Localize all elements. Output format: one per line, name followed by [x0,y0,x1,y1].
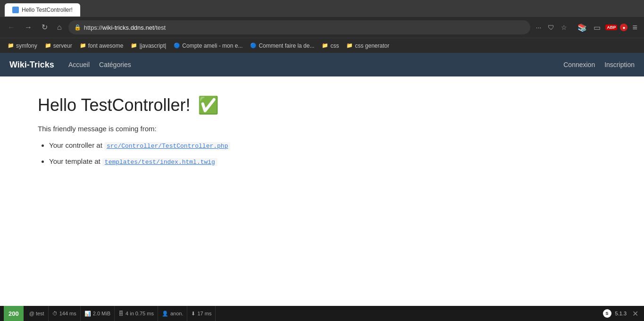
bookmark-label: Compte ameli - mon e... [182,42,243,49]
debug-right: S 5.1.3 ✕ [603,309,640,318]
checkmark-icon: ✅ [198,95,219,115]
debug-user-value: anon. [170,311,184,316]
nav-link-connexion[interactable]: Connexion [563,61,595,68]
bookmark-label: font awesome [88,42,124,49]
folder-icon: 📁 [8,42,14,49]
bookmark-label: symfony [16,42,37,49]
bookmark-comment[interactable]: 🔵 Comment faire la de... [247,42,317,50]
reload-button[interactable]: ↻ [39,23,50,32]
more-button[interactable]: ··· [534,23,544,32]
bookmark-css[interactable]: 📁 css [319,42,342,50]
nav-bar: ← → ↻ ⌂ 🔒 https://wiki-tricks.ddns.net/t… [0,17,644,38]
page-title: Hello TestController! [38,95,190,115]
debug-memory-value: 2.0 MiB [93,311,110,316]
bookmark-css-generator[interactable]: 📁 css generator [343,42,392,50]
active-tab[interactable]: Hello TestController! [5,3,80,17]
debug-db-value: 4 in 0.75 ms [125,311,154,316]
template-text: Your template at [49,157,102,165]
nav-link-inscription[interactable]: Inscription [604,61,635,68]
bookmark-serveur[interactable]: 📁 serveur [42,42,75,50]
list-item: Your template at templates/test/index.ht… [49,154,606,169]
tab-bar: Hello TestController! [0,0,644,17]
bookmark-label: css generator [355,42,389,49]
controller-text: Your controller at [49,141,104,149]
site-icon: 🔵 [174,42,180,49]
bookmark-label: serveur [53,42,72,49]
folder-icon: 📁 [346,42,353,49]
home-button[interactable]: ⌂ [54,23,65,32]
debug-status-code[interactable]: 200 [4,306,24,321]
controller-link[interactable]: src/Controller/TestController.php [104,142,230,150]
list-item: Your controller at src/Controller/TestCo… [49,138,606,152]
debug-route[interactable]: @ test [25,306,49,321]
friendly-message: This friendly message is coming from: [38,125,606,133]
folder-icon: 📁 [131,42,137,49]
clock-icon: ⏱ [52,311,58,316]
info-list: Your controller at src/Controller/TestCo… [38,138,606,169]
nav-icons-right: ··· 🛡 ☆ 📚 ▭ ABP ● ≡ [534,22,639,34]
address-bar[interactable]: 🔒 https://wiki-tricks.ddns.net/test [68,20,530,34]
debug-user[interactable]: 👤 anon. [158,306,188,321]
nav-link-categories[interactable]: Catégories [99,61,131,68]
ext-circle-icon[interactable]: ● [620,24,627,31]
nav-link-accueil[interactable]: Accueil [68,61,90,68]
app-brand[interactable]: Wiki-Tricks [9,60,54,70]
db-icon: 🗄 [118,311,124,316]
debug-token[interactable]: ⬇ 17 ms [187,306,216,321]
app-nav-right: Connexion Inscription [563,61,635,68]
debug-token-value: 17 ms [197,311,211,316]
back-button[interactable]: ← [5,23,18,32]
bookmark-label: Comment faire la de... [259,42,314,49]
debug-db[interactable]: 🗄 4 in 0.75 ms [115,306,158,321]
url-domain: wiki-tricks.ddns.net [102,24,154,31]
debug-close-button[interactable]: ✕ [630,309,640,318]
app-navbar: Wiki-Tricks Accueil Catégories Connexion… [0,53,644,76]
site-icon: 🔵 [250,42,257,49]
symfony-version: 5.1.3 [615,311,627,316]
library-icon[interactable]: 📚 [576,22,589,33]
debug-route-label: @ test [29,311,44,316]
folder-icon: 📁 [322,42,328,49]
star-icon[interactable]: ☆ [559,23,569,32]
debug-memory[interactable]: 📊 2.0 MiB [81,306,115,321]
token-icon: ⬇ [191,311,195,317]
menu-button[interactable]: ≡ [630,22,639,34]
forward-button[interactable]: → [22,23,35,32]
bookmark-symfony[interactable]: 📁 symfony [5,42,40,50]
template-link[interactable]: templates/test/index.html.twig [102,158,217,166]
bookmark-javascript[interactable]: 📁 |javascript| [128,42,169,50]
tab-title: Hello TestController! [22,7,73,13]
page-heading: Hello TestController! ✅ [38,95,606,115]
bookmark-label: css [330,42,339,49]
pocket-icon[interactable]: 🛡 [546,23,556,32]
url-display: https://wiki-tricks.ddns.net/test [84,24,525,31]
user-icon: 👤 [162,311,168,317]
bookmarks-bar: 📁 symfony 📁 serveur 📁 font awesome 📁 |ja… [0,38,644,53]
bookmark-label: |javascript| [139,42,166,49]
folder-icon: 📁 [45,42,51,49]
memory-icon: 📊 [84,311,91,317]
debug-bar: 200 @ test ⏱ 144 ms 📊 2.0 MiB 🗄 4 in 0.7… [0,306,644,321]
main-content: Hello TestController! ✅ This friendly me… [0,76,644,189]
sidebar-icon[interactable]: ▭ [592,22,602,33]
bookmark-ameli[interactable]: 🔵 Compte ameli - mon e... [171,42,245,50]
debug-time[interactable]: ⏱ 144 ms [49,306,81,321]
app-nav-links: Accueil Catégories [68,61,563,68]
symfony-logo[interactable]: S [603,309,611,318]
tab-favicon [12,7,19,13]
abp-icon[interactable]: ABP [605,25,617,30]
folder-icon: 📁 [80,42,86,49]
bookmark-font-awesome[interactable]: 📁 font awesome [77,42,126,50]
lock-icon: 🔒 [74,24,81,31]
debug-time-value: 144 ms [59,311,76,316]
browser-chrome: Hello TestController! ← → ↻ ⌂ 🔒 https://… [0,0,644,53]
